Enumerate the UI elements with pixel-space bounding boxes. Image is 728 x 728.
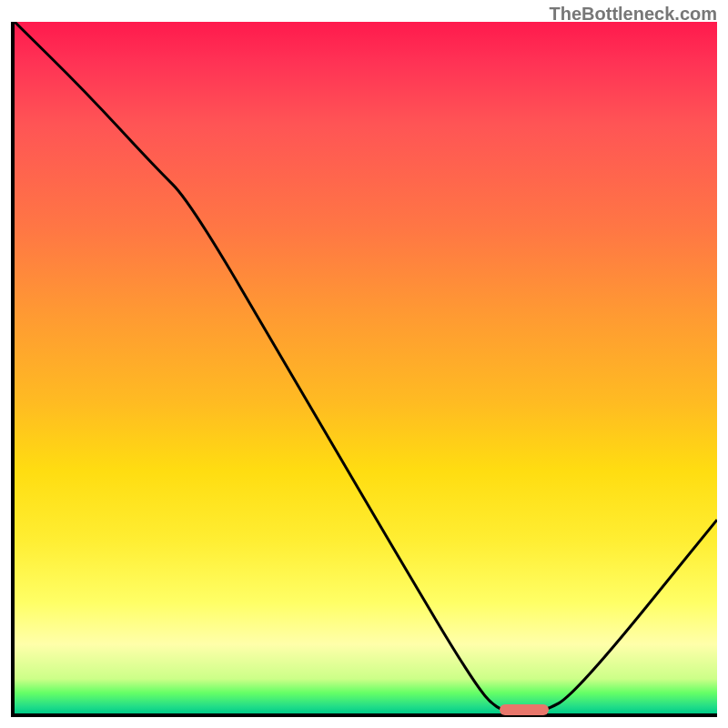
optimal-marker bbox=[500, 704, 549, 715]
curve-path bbox=[15, 22, 717, 713]
watermark-text: TheBottleneck.com bbox=[550, 4, 717, 25]
plot-area bbox=[11, 22, 717, 717]
curve-svg bbox=[15, 22, 717, 713]
